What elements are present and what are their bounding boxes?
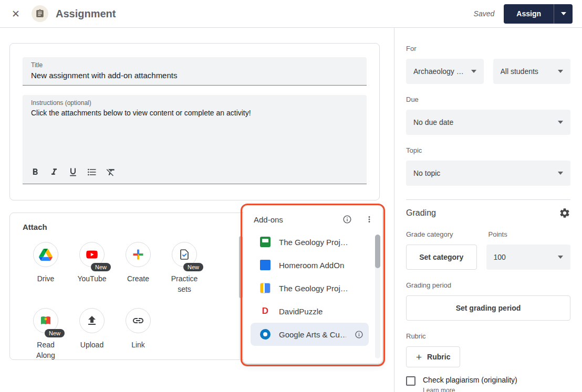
bold-icon[interactable] [28, 165, 43, 179]
addons-list: The Geology Proj… Homeroom AddOn The Geo… [243, 228, 382, 346]
davidpuzzle-icon: D [260, 306, 271, 316]
settings-sidebar: For Archaeology … All students Due No du… [394, 28, 582, 392]
rubric-label: Rubric [406, 332, 570, 340]
instructions-field-value[interactable]: Click the attachments below to view cont… [31, 109, 358, 117]
topbar-actions: Saved Assign [474, 4, 573, 24]
chevron-down-icon [471, 70, 476, 73]
addon-item-geology-project-1[interactable]: The Geology Proj… [243, 230, 382, 253]
learn-more-link[interactable]: Learn more [423, 387, 517, 392]
addon-item-geology-project-2[interactable]: The Geology Proj… [243, 277, 382, 300]
attach-circle [126, 308, 151, 333]
drive-icon [39, 249, 53, 261]
underline-icon[interactable] [66, 165, 80, 179]
attach-circle [126, 242, 151, 267]
plagiarism-label: Check plagiarism (originality) [423, 376, 517, 384]
topic-value: No topic [413, 169, 440, 177]
class-select-value: Archaeology … [413, 67, 464, 76]
attach-circle [79, 308, 105, 333]
addon-label: The Geology Proj… [279, 238, 348, 247]
attach-circle: New [172, 242, 197, 267]
topic-label: Topic [406, 146, 570, 154]
rubric-button-label: Rubric [427, 353, 450, 361]
addons-header: Add-ons [243, 206, 382, 228]
addons-popup: Add-ons The Geology Proj… Homeroom AddOn [243, 206, 382, 364]
link-icon [132, 314, 144, 327]
topbar: ✕ Assignment Saved Assign [0, 0, 582, 28]
instructions-field-label: Instructions (optional) [31, 99, 358, 107]
grading-header: Grading [406, 207, 570, 219]
add-rubric-button[interactable]: + Rubric [406, 346, 460, 367]
attach-practice-sets-button[interactable]: New Practice sets [161, 242, 207, 294]
title-field-label: Title [31, 61, 358, 69]
assignment-editor-page: ✕ Assignment Saved Assign Title New assi… [0, 0, 582, 392]
italic-icon[interactable] [47, 165, 61, 179]
attach-circle [33, 242, 58, 267]
assign-dropdown-button[interactable] [554, 4, 573, 24]
addon-item-homeroom-addon[interactable]: Homeroom AddOn [243, 253, 382, 277]
addon-item-davidpuzzle[interactable]: D DavidPuzzle [243, 300, 382, 323]
attach-label: Drive [37, 273, 55, 284]
addon-label: Google Arts & Cu… [279, 330, 346, 339]
close-icon[interactable]: ✕ [8, 6, 23, 21]
due-date-select[interactable]: No due date [406, 110, 570, 135]
set-grading-period-button[interactable]: Set grading period [406, 295, 570, 321]
title-field[interactable]: Title New assignment with add-on attachm… [23, 57, 367, 86]
new-badge: New [45, 329, 65, 337]
grade-category-points-row: Set category 100 [406, 245, 570, 270]
points-select[interactable]: 100 [486, 245, 571, 270]
plagiarism-row: Check plagiarism (originality) Learn mor… [406, 376, 570, 392]
grade-category-label: Grade category [406, 230, 489, 238]
plagiarism-checkbox[interactable] [406, 376, 415, 386]
attach-drive-button[interactable]: Drive [23, 242, 69, 294]
class-select[interactable]: Archaeology … [406, 59, 484, 84]
attach-panel-scrollbar[interactable] [239, 236, 243, 360]
page-title: Assignment [56, 8, 116, 20]
more-vert-icon[interactable] [365, 215, 374, 224]
clear-formatting-icon[interactable] [103, 165, 118, 179]
attach-label: Upload [80, 340, 103, 350]
homeroom-addon-icon [260, 260, 271, 270]
set-category-button[interactable]: Set category [406, 245, 477, 270]
students-select-value: All students [501, 67, 538, 76]
attach-read-along-button[interactable]: New Read Along [23, 308, 69, 361]
new-badge: New [183, 263, 203, 271]
attach-label: Practice sets [165, 273, 203, 294]
title-field-value[interactable]: New assignment with add-on attachments [31, 71, 358, 80]
points-label: Points [489, 230, 571, 238]
chevron-down-icon [558, 121, 563, 124]
grade-category-points-labels: Grade category Points [406, 230, 570, 238]
attach-upload-button[interactable]: Upload [69, 308, 115, 361]
geology-project-2-icon [260, 283, 271, 293]
addons-title: Add-ons [254, 215, 283, 224]
attach-link-button[interactable]: Link [115, 308, 161, 361]
info-icon[interactable] [342, 215, 352, 224]
students-select[interactable]: All students [493, 59, 571, 84]
attach-circle: New [79, 242, 105, 267]
read-along-icon [39, 314, 52, 327]
instructions-text[interactable]: Instructions (optional) Click the attach… [23, 95, 367, 163]
for-row: Archaeology … All students [406, 59, 570, 84]
settings-gear-icon[interactable] [559, 207, 570, 219]
assignment-type-badge [32, 5, 48, 22]
instructions-field[interactable]: Instructions (optional) Click the attach… [23, 95, 367, 184]
scrollbar-thumb[interactable] [239, 236, 243, 298]
save-status: Saved [474, 9, 495, 18]
assignment-clipboard-icon [35, 9, 45, 18]
plagiarism-text: Check plagiarism (originality) Learn mor… [423, 376, 517, 392]
bulleted-list-icon[interactable] [85, 165, 99, 179]
new-badge: New [91, 263, 111, 271]
attach-youtube-button[interactable]: New YouTube [69, 242, 115, 294]
attach-circle: New [33, 308, 58, 333]
topic-select[interactable]: No topic [406, 161, 570, 186]
addon-label: DavidPuzzle [279, 307, 323, 316]
assign-button[interactable]: Assign [504, 4, 554, 24]
due-label: Due [406, 96, 570, 103]
addon-item-google-arts-culture[interactable]: Google Arts & Cu… [251, 323, 369, 346]
scrollbar-thumb[interactable] [375, 235, 380, 268]
points-value: 100 [494, 253, 506, 261]
attach-create-button[interactable]: Create [115, 242, 161, 294]
grading-heading: Grading [406, 208, 436, 218]
addons-scrollbar[interactable] [375, 235, 380, 358]
addon-label: The Geology Proj… [279, 284, 348, 293]
info-icon[interactable] [355, 330, 363, 339]
